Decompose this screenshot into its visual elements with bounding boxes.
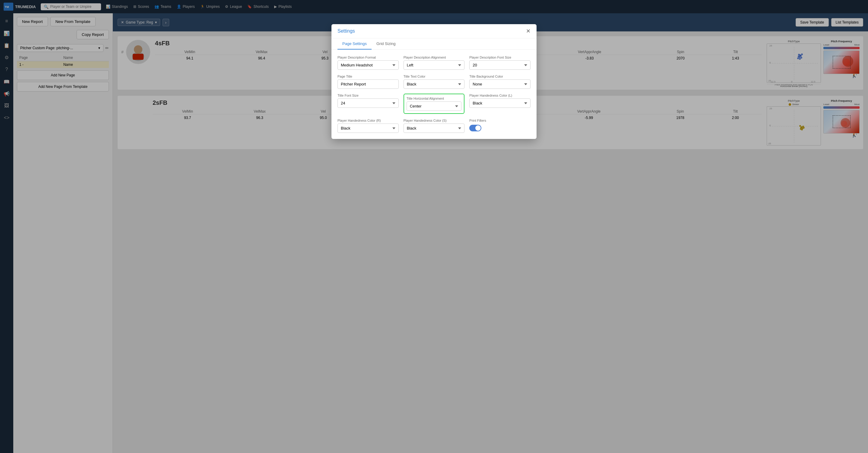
player-desc-format-select[interactable]: Medium Headshot Small Headshot Large Hea… — [338, 60, 399, 70]
player-desc-font-size-group: Player Description Font Size 20 12141618… — [469, 56, 530, 70]
modal-close-button[interactable]: ✕ — [526, 28, 530, 34]
title-bg-color-group: Title Background Color None WhiteGrayBla… — [469, 75, 530, 89]
title-text-color-group: Title Text Color Black WhiteBlueRed — [404, 75, 465, 89]
print-filters-group: Print Filters — [469, 119, 530, 133]
player-handedness-l-label: Player Handedness Color (L) — [469, 94, 530, 97]
print-filters-label: Print Filters — [469, 119, 530, 122]
player-handedness-s-label: Player Handedness Color (S) — [404, 119, 465, 122]
player-handedness-r-label: Player Handedness Color (R) — [338, 119, 399, 122]
modal-title: Settings — [338, 28, 355, 34]
title-horizontal-alignment-group: Title Horizontal Alignment Center LeftRi… — [404, 94, 465, 114]
tab-page-settings[interactable]: Page Settings — [338, 38, 372, 50]
player-desc-font-size-label: Player Description Font Size — [469, 56, 530, 59]
print-filters-toggle[interactable] — [469, 125, 482, 131]
title-font-size-select[interactable]: 24 161820222832 — [338, 98, 399, 108]
player-handedness-s-select[interactable]: Black BlueRedGreen — [404, 123, 465, 133]
player-desc-format-group: Player Description Format Medium Headsho… — [338, 56, 399, 70]
title-font-size-label: Title Font Size — [338, 94, 399, 97]
page-title-input[interactable] — [338, 79, 399, 89]
player-handedness-color-s-group: Player Handedness Color (S) Black BlueRe… — [404, 119, 465, 133]
modal-tabs: Page Settings Grid Sizing — [332, 38, 536, 50]
print-filters-toggle-container — [469, 125, 530, 131]
tab-grid-sizing[interactable]: Grid Sizing — [372, 38, 401, 50]
title-text-color-select[interactable]: Black WhiteBlueRed — [404, 79, 465, 89]
title-bg-color-label: Title Background Color — [469, 75, 530, 78]
player-handedness-l-select[interactable]: Black BlueRedGreen — [469, 98, 530, 108]
title-font-size-group: Title Font Size 24 161820222832 — [338, 94, 399, 114]
title-bg-color-select[interactable]: None WhiteGrayBlackBlue — [469, 79, 530, 89]
player-handedness-r-select[interactable]: Black BlueRedGreen — [338, 123, 399, 133]
player-desc-alignment-label: Player Description Alignment — [404, 56, 465, 59]
player-desc-alignment-group: Player Description Alignment Left Center… — [404, 56, 465, 70]
modal-header: Settings ✕ — [332, 24, 536, 38]
modal-overlay: Settings ✕ Page Settings Grid Sizing Pla… — [0, 0, 868, 453]
title-h-align-label: Title Horizontal Alignment — [407, 97, 462, 100]
page-title-label: Page Title — [338, 75, 399, 78]
toggle-knob — [475, 125, 481, 131]
title-h-align-select[interactable]: Center LeftRight — [407, 102, 462, 111]
settings-modal: Settings ✕ Page Settings Grid Sizing Pla… — [332, 24, 536, 139]
title-text-color-label: Title Text Color — [404, 75, 465, 78]
player-handedness-color-r-group: Player Handedness Color (R) Black BlueRe… — [338, 119, 399, 133]
player-handedness-color-l-group: Player Handedness Color (L) Black BlueRe… — [469, 94, 530, 114]
player-desc-alignment-select[interactable]: Left Center Right — [404, 60, 465, 70]
player-desc-format-label: Player Description Format — [338, 56, 399, 59]
modal-body: Player Description Format Medium Headsho… — [332, 50, 536, 139]
page-title-group: Page Title — [338, 75, 399, 89]
player-desc-font-size-select[interactable]: 20 1214161824 — [469, 60, 530, 70]
